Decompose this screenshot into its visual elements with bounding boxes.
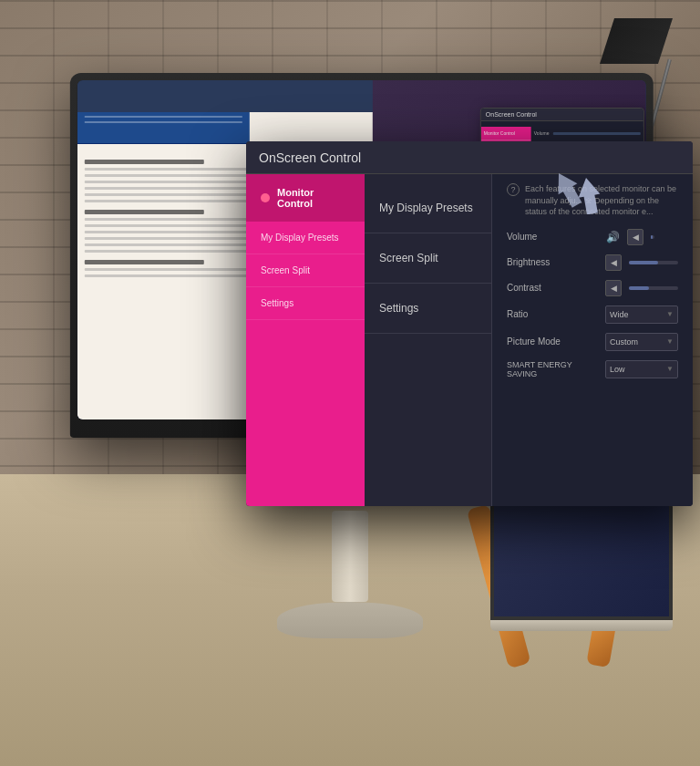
- laptop-screen: [490, 502, 673, 620]
- picture-mode-control-row: Picture Mode Custom ▼: [507, 333, 678, 351]
- word-toolbar: [77, 112, 250, 144]
- contrast-left-arrow[interactable]: ◀: [605, 280, 622, 296]
- cursor-arrows: [540, 169, 613, 218]
- volume-icon: 🔊: [605, 231, 620, 243]
- monitor-stand: [259, 492, 441, 657]
- sidebar-active-dot: [261, 193, 270, 202]
- volume-label: Volume: [507, 232, 598, 242]
- stand-neck: [332, 511, 368, 602]
- contrast-slider-track[interactable]: [629, 286, 678, 290]
- ratio-select[interactable]: Wide ▼: [605, 305, 678, 324]
- sidebar-nav-my-display-presets[interactable]: My Display Presets: [246, 222, 365, 254]
- osc-sidebar-header[interactable]: Monitor Control: [246, 174, 365, 222]
- svg-marker-1: [575, 176, 603, 214]
- brightness-left-arrow[interactable]: ◀: [605, 254, 622, 271]
- picture-mode-select[interactable]: Custom ▼: [605, 333, 678, 351]
- brightness-label: Brightness: [507, 257, 598, 267]
- picture-mode-select-arrow: ▼: [666, 337, 674, 346]
- sidebar-nav-screen-split[interactable]: Screen Split: [246, 254, 365, 287]
- ratio-value: Wide: [610, 310, 629, 319]
- picture-mode-value: Custom: [610, 337, 638, 347]
- osc-monitor-control-label: Monitor Control: [277, 187, 350, 209]
- osc-center-menu: My Display Presets Screen Split Settings: [365, 174, 492, 506]
- contrast-slider-fill: [629, 286, 649, 290]
- laptop-base: [490, 620, 673, 631]
- volume-slider-fill: [651, 235, 653, 239]
- picture-mode-label: Picture Mode: [507, 336, 598, 347]
- contrast-control-row: Contrast ◀: [507, 280, 678, 296]
- main-osc-window: OnScreen Control Monitor Control My Disp…: [246, 141, 693, 506]
- osc-sidebar: Monitor Control My Display Presets Scree…: [246, 174, 365, 506]
- smart-energy-saving-label: SMART ENERGY SAVING: [507, 360, 598, 378]
- smart-energy-saving-select-arrow: ▼: [666, 365, 674, 373]
- brightness-control-row: Brightness ◀: [507, 254, 678, 271]
- osc-titlebar: OnScreen Control: [246, 141, 693, 174]
- center-menu-settings[interactable]: Settings: [365, 284, 491, 334]
- small-osc-monitor-control: Monitor Control: [481, 127, 531, 140]
- contrast-label: Contrast: [507, 283, 598, 293]
- osc-body: Monitor Control My Display Presets Scree…: [246, 174, 693, 506]
- ratio-control-row: Ratio Wide ▼: [507, 305, 678, 324]
- osc-title: OnScreen Control: [259, 150, 361, 165]
- small-osc-title: OnScreen Control: [481, 109, 643, 121]
- help-icon: ?: [507, 183, 520, 196]
- center-menu-screen-split[interactable]: Screen Split: [365, 233, 491, 284]
- osc-controls-panel: ? Each features on selected monitor can …: [492, 174, 693, 506]
- ratio-label: Ratio: [507, 309, 598, 319]
- volume-left-arrow[interactable]: ◀: [627, 229, 643, 245]
- laptop: [490, 502, 673, 647]
- svg-marker-0: [550, 169, 587, 211]
- smart-energy-saving-value: Low: [610, 365, 625, 374]
- center-menu-my-display-presets[interactable]: My Display Presets: [365, 183, 491, 233]
- brightness-slider-fill: [629, 261, 658, 264]
- sidebar-nav-settings[interactable]: Settings: [246, 287, 365, 320]
- volume-control-row: Volume 🔊 ◀ ▶: [507, 229, 678, 245]
- lamp-shade: [600, 18, 673, 64]
- smart-energy-saving-control-row: SMART ENERGY SAVING Low ▼: [507, 360, 678, 378]
- ratio-select-arrow: ▼: [666, 310, 674, 318]
- stand-base: [277, 602, 423, 638]
- brightness-slider-track[interactable]: [629, 261, 678, 264]
- smart-energy-saving-select[interactable]: Low ▼: [605, 360, 678, 378]
- volume-slider-track[interactable]: [651, 235, 654, 239]
